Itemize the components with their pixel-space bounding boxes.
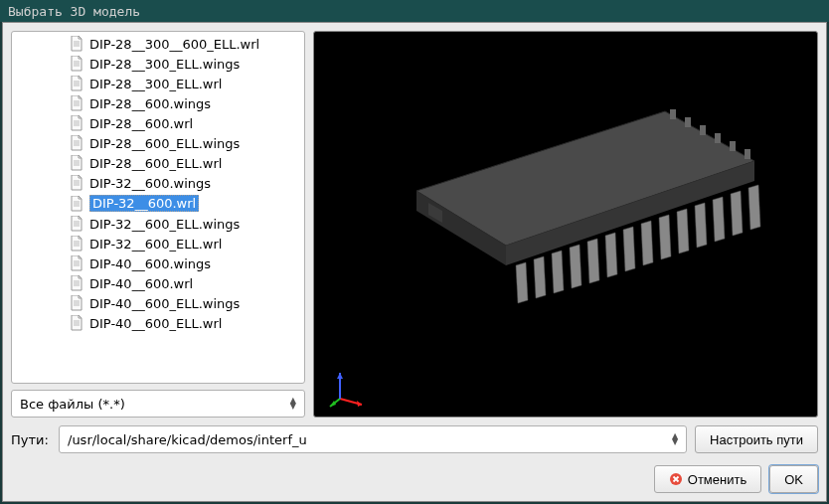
path-value: /usr/local/share/kicad/demos/interf_u bbox=[68, 432, 307, 447]
file-item[interactable]: DIP-28__600.wings bbox=[64, 93, 304, 113]
file-name: DIP-40__600_ELL.wings bbox=[89, 296, 240, 311]
file-name: DIP-32__600.wrl bbox=[89, 195, 199, 212]
file-icon bbox=[70, 36, 83, 52]
file-icon bbox=[70, 115, 83, 131]
svg-marker-61 bbox=[731, 191, 743, 236]
file-list-container: DIP-28__300__600_ELL.wrlDIP-28__300_ELL.… bbox=[11, 31, 305, 384]
svg-rect-68 bbox=[745, 149, 750, 159]
file-icon bbox=[70, 196, 83, 212]
file-name: DIP-28__600.wrl bbox=[89, 116, 193, 131]
svg-rect-64 bbox=[685, 117, 691, 127]
file-item[interactable]: DIP-32__600.wrl bbox=[64, 193, 304, 214]
file-item[interactable]: DIP-28__300_ELL.wrl bbox=[64, 74, 304, 93]
chip-3d-model bbox=[357, 72, 774, 350]
file-name: DIP-28__300_ELL.wings bbox=[89, 57, 240, 72]
file-name: DIP-28__600_ELL.wings bbox=[89, 136, 240, 151]
svg-rect-65 bbox=[700, 125, 706, 135]
window-titlebar: Выбрать 3D модель bbox=[0, 0, 829, 22]
file-name: DIP-40__600.wrl bbox=[89, 276, 193, 291]
file-name: DIP-28__300__600_ELL.wrl bbox=[89, 37, 259, 52]
file-name: DIP-32__600_ELL.wrl bbox=[89, 237, 222, 252]
file-name: DIP-28__600_ELL.wrl bbox=[89, 156, 222, 171]
svg-marker-50 bbox=[534, 256, 546, 298]
file-item[interactable]: DIP-40__600_ELL.wrl bbox=[64, 313, 304, 333]
svg-rect-66 bbox=[715, 133, 721, 143]
svg-marker-60 bbox=[713, 197, 725, 242]
window-title: Выбрать 3D модель bbox=[8, 4, 140, 19]
combo-spinner-icon: ▲▼ bbox=[290, 398, 296, 410]
file-item[interactable]: DIP-28__300_ELL.wings bbox=[64, 54, 304, 74]
svg-marker-74 bbox=[337, 373, 343, 379]
file-icon bbox=[70, 56, 83, 72]
file-icon bbox=[70, 175, 83, 191]
file-icon bbox=[70, 275, 83, 291]
svg-rect-67 bbox=[730, 141, 736, 151]
file-icon bbox=[70, 236, 83, 252]
svg-marker-57 bbox=[659, 215, 671, 259]
file-list[interactable]: DIP-28__300__600_ELL.wrlDIP-28__300_ELL.… bbox=[12, 32, 304, 383]
file-filter-combo[interactable]: Все файлы (*.*) ▲▼ bbox=[11, 390, 305, 418]
file-item[interactable]: DIP-40__600.wrl bbox=[64, 273, 304, 293]
file-icon bbox=[70, 315, 83, 331]
file-icon bbox=[70, 135, 83, 151]
svg-marker-53 bbox=[587, 239, 599, 283]
svg-marker-55 bbox=[623, 227, 635, 271]
svg-marker-52 bbox=[570, 245, 581, 288]
file-icon bbox=[70, 95, 83, 111]
file-icon bbox=[70, 216, 83, 232]
file-name: DIP-40__600.wings bbox=[89, 256, 211, 271]
svg-marker-54 bbox=[605, 233, 617, 277]
axis-gizmo-icon bbox=[326, 369, 366, 409]
file-name: DIP-28__600.wings bbox=[89, 96, 211, 111]
file-icon bbox=[70, 155, 83, 171]
path-label: Пути: bbox=[11, 432, 51, 447]
file-item[interactable]: DIP-28__600.wrl bbox=[64, 113, 304, 133]
path-combo[interactable]: /usr/local/share/kicad/demos/interf_u ▲▼ bbox=[59, 425, 687, 453]
svg-marker-58 bbox=[677, 209, 689, 253]
file-icon bbox=[70, 76, 83, 91]
cancel-button[interactable]: Отменить bbox=[654, 465, 761, 493]
file-item[interactable]: DIP-32__600.wings bbox=[64, 173, 304, 193]
svg-rect-63 bbox=[670, 109, 676, 119]
file-item[interactable]: DIP-32__600_ELL.wrl bbox=[64, 234, 304, 253]
file-name: DIP-28__300_ELL.wrl bbox=[89, 77, 222, 91]
file-icon bbox=[70, 295, 83, 311]
file-icon bbox=[70, 255, 83, 271]
ok-button[interactable]: OK bbox=[769, 465, 818, 493]
svg-marker-56 bbox=[641, 221, 653, 265]
file-filter-value: Все файлы (*.*) bbox=[20, 397, 125, 412]
file-item[interactable]: DIP-28__600_ELL.wrl bbox=[64, 153, 304, 173]
svg-marker-59 bbox=[695, 203, 707, 248]
svg-marker-51 bbox=[552, 251, 564, 293]
svg-marker-62 bbox=[748, 185, 760, 230]
file-item[interactable]: DIP-32__600_ELL.wings bbox=[64, 214, 304, 234]
combo-spinner-icon: ▲▼ bbox=[672, 433, 678, 445]
cancel-icon bbox=[669, 472, 683, 486]
file-item[interactable]: DIP-40__600.wings bbox=[64, 253, 304, 273]
file-name: DIP-40__600_ELL.wrl bbox=[89, 316, 222, 331]
configure-paths-button[interactable]: Настроить пути bbox=[695, 425, 818, 453]
file-item[interactable]: DIP-28__600_ELL.wings bbox=[64, 133, 304, 153]
file-name: DIP-32__600_ELL.wings bbox=[89, 217, 240, 232]
dialog-body: DIP-28__300__600_ELL.wrlDIP-28__300_ELL.… bbox=[2, 22, 827, 502]
file-item[interactable]: DIP-28__300__600_ELL.wrl bbox=[64, 34, 304, 54]
file-name: DIP-32__600.wings bbox=[89, 176, 211, 191]
file-item[interactable]: DIP-40__600_ELL.wings bbox=[64, 293, 304, 313]
3d-preview-viewport[interactable] bbox=[313, 31, 818, 418]
svg-marker-49 bbox=[516, 262, 528, 303]
